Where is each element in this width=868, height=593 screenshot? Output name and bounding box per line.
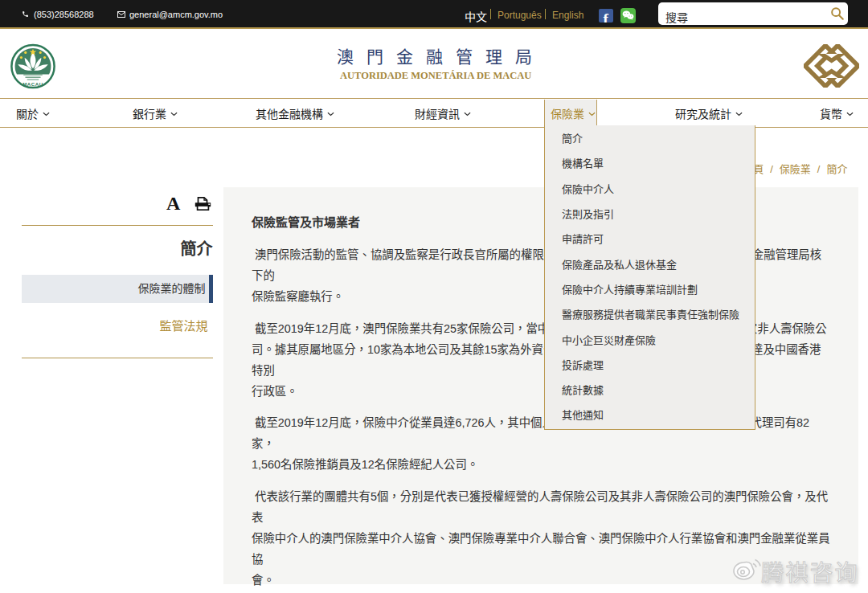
svg-text:MACAU: MACAU (23, 81, 43, 87)
